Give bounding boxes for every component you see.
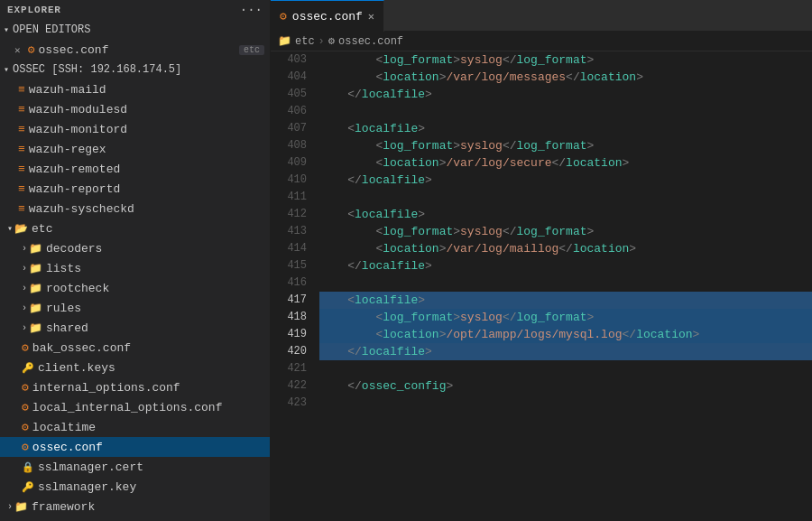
code-line: <location>/var/log/maillog</location> [319, 240, 812, 257]
file-cert-icon: 🔒 [22, 461, 34, 473]
close-icon[interactable]: ✕ [14, 44, 21, 56]
line-number: 411 [280, 189, 307, 206]
sidebar-item-etc-folder[interactable]: ▾📂etc [0, 219, 270, 238]
item-label: client.keys [38, 361, 270, 375]
line-number: 422 [280, 377, 307, 395]
sidebar-item-bak_ossec.conf[interactable]: ⚙bak_ossec.conf [0, 338, 270, 358]
code-line: <location>/var/log/messages</location> [319, 69, 812, 86]
sidebar-item-client.keys[interactable]: 🔑client.keys [0, 358, 270, 377]
file-conf-icon: ⚙ [22, 380, 29, 395]
folder-icon: 📁 [14, 500, 28, 514]
item-label: wazuh-regex [29, 143, 270, 156]
arrow-open-icon: ▾ [7, 223, 13, 234]
breadcrumb-file: ossec.conf [338, 35, 403, 48]
line-number: 415 [280, 257, 307, 274]
sidebar-item-wazuh-modulesd[interactable]: ≡wazuh-modulesd [0, 99, 270, 119]
line-number: 412 [280, 206, 307, 223]
sidebar-item-wazuh-syscheckd[interactable]: ≡wazuh-syscheckd [0, 199, 270, 219]
ssh-section-label: OSSEC [SSH: 192.168.174.5] [13, 63, 181, 76]
sidebar-item-framework[interactable]: ›📁framework [0, 497, 270, 516]
file-xml-icon: ≡ [18, 163, 25, 176]
line-number: 404 [280, 69, 307, 86]
sidebar-item-wazuh-regex[interactable]: ≡wazuh-regex [0, 139, 270, 159]
code-line: </localfile> [319, 343, 812, 360]
sidebar-item-local_internal_options.conf[interactable]: ⚙local_internal_options.conf [0, 397, 270, 417]
item-label: wazuh-modulesd [29, 103, 270, 116]
code-line: </localfile> [319, 172, 812, 189]
code-line: <localfile> [319, 292, 812, 309]
ssh-section-header[interactable]: ▾ OSSEC [SSH: 192.168.174.5] [0, 60, 270, 79]
line-number: 413 [280, 223, 307, 240]
open-file-label: ossec.conf [38, 43, 239, 57]
item-label: wazuh-maild [29, 83, 270, 97]
folder-icon: 📁 [29, 321, 42, 335]
sidebar-item-ossec.conf[interactable]: ⚙ossec.conf [0, 437, 270, 457]
sidebar-item-wazuh-monitord[interactable]: ≡wazuh-monitord [0, 119, 270, 139]
code-line: <location>/var/log/secure</location> [319, 154, 812, 172]
code-content[interactable]: <log_format>syslog</log_format> <locatio… [316, 51, 812, 521]
item-label: ossec.conf [32, 441, 270, 454]
file-key-icon: 🔑 [22, 362, 34, 374]
sidebar-menu-icon[interactable]: ··· [240, 3, 263, 17]
code-line: <localfile> [319, 120, 812, 137]
item-label: bak_ossec.conf [32, 341, 270, 355]
folder-icon: 📁 [29, 302, 42, 315]
file-key-icon: 🔑 [22, 481, 34, 493]
arrow-icon: › [22, 244, 27, 254]
sidebar-item-wazuh-remoted[interactable]: ≡wazuh-remoted [0, 159, 270, 179]
sidebar-title: EXPLORER [7, 5, 61, 15]
sidebar-content: ▾ OPEN EDITORS ✕ ⚙ ossec.conf etc ▾ OSSE… [0, 20, 270, 521]
line-number: 423 [280, 395, 307, 412]
line-number: 419 [280, 326, 307, 343]
item-label: local_internal_options.conf [32, 401, 270, 414]
sidebar-item-wazuh-reportd[interactable]: ≡wazuh-reportd [0, 179, 270, 199]
ssh-section-arrow: ▾ [4, 64, 9, 75]
item-label: lists [46, 262, 270, 275]
code-area: 4034044054064074084094104114124134144154… [271, 51, 812, 521]
code-line: </localfile> [319, 86, 812, 103]
open-editors-label: OPEN EDITORS [13, 23, 90, 36]
sidebar-item-rules[interactable]: ›📁rules [0, 298, 270, 318]
code-line [319, 395, 812, 412]
sidebar-item-wazuh-maild[interactable]: ≡wazuh-maild [0, 79, 270, 99]
line-number: 417 [280, 292, 307, 309]
tab-close-icon[interactable]: ✕ [368, 10, 374, 23]
file-xml-icon: ≡ [18, 182, 25, 196]
arrow-icon: › [22, 323, 27, 333]
code-line: </ossec_config> [319, 377, 812, 395]
file-xml-icon: ≡ [18, 143, 25, 156]
sidebar-item-localtime[interactable]: ⚙localtime [0, 417, 270, 437]
item-label: shared [46, 321, 270, 335]
arrow-icon: › [22, 284, 27, 293]
file-tree: ≡wazuh-maild≡wazuh-modulesd≡wazuh-monito… [0, 79, 270, 516]
tab-ossec-conf[interactable]: ⚙ ossec.conf ✕ [271, 0, 384, 32]
sidebar-item-lists[interactable]: ›📁lists [0, 258, 270, 278]
sidebar-item-internal_options.conf[interactable]: ⚙internal_options.conf [0, 377, 270, 397]
line-number: 409 [280, 154, 307, 172]
file-xml-icon: ≡ [18, 202, 25, 216]
code-line [319, 274, 812, 292]
open-file-ossec-conf[interactable]: ✕ ⚙ ossec.conf etc [0, 40, 270, 60]
arrow-icon: › [22, 264, 27, 274]
folder-icon: 📂 [14, 222, 28, 236]
line-number: 405 [280, 86, 307, 103]
file-conf-icon: ⚙ [22, 440, 29, 454]
breadcrumb-etc: etc [295, 35, 315, 48]
tab-file-icon: ⚙ [280, 9, 287, 23]
file-conf-icon: ⚙ [22, 420, 29, 434]
sidebar-item-sslmanager.key[interactable]: 🔑sslmanager.key [0, 477, 270, 497]
file-xml-icon: ≡ [18, 123, 25, 136]
line-number: 421 [280, 360, 307, 377]
item-label: wazuh-monitord [29, 123, 270, 136]
item-label: wazuh-syscheckd [29, 202, 270, 216]
item-label: rootcheck [46, 282, 270, 295]
code-line [319, 103, 812, 120]
open-editors-section[interactable]: ▾ OPEN EDITORS [0, 20, 270, 40]
sidebar-item-sslmanager.cert[interactable]: 🔒sslmanager.cert [0, 457, 270, 477]
sidebar-item-decoders[interactable]: ›📁decoders [0, 238, 270, 258]
tab-label: ossec.conf [292, 10, 363, 23]
sidebar-item-rootcheck[interactable]: ›📁rootcheck [0, 278, 270, 298]
line-number: 403 [280, 51, 307, 69]
item-label: internal_options.conf [32, 381, 270, 395]
sidebar-item-shared[interactable]: ›📁shared [0, 318, 270, 338]
